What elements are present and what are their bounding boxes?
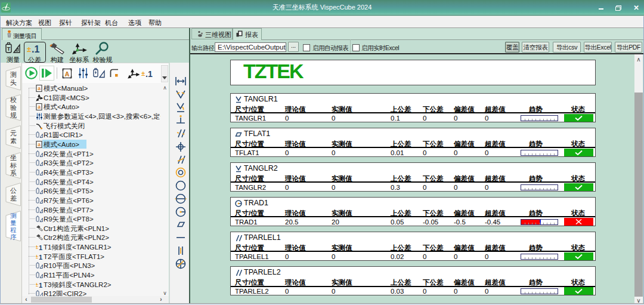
svg-text:a: a (38, 85, 41, 91)
svg-text:T: T (7, 46, 11, 52)
svg-text:a: a (38, 141, 41, 147)
svg-text:±: ± (36, 254, 38, 260)
svg-text:.1: .1 (145, 69, 153, 78)
svg-text:1: 1 (39, 244, 42, 251)
svg-text:A: A (65, 70, 70, 78)
svg-text:±: ± (36, 282, 38, 288)
svg-text:1: 1 (39, 282, 42, 288)
svg-text:.1: .1 (32, 44, 39, 54)
svg-text:±: ± (27, 45, 31, 54)
svg-text:±: ± (36, 244, 38, 250)
svg-text:±: ± (141, 70, 145, 77)
svg-text:a: a (38, 104, 41, 110)
svg-text:1: 1 (39, 254, 42, 260)
